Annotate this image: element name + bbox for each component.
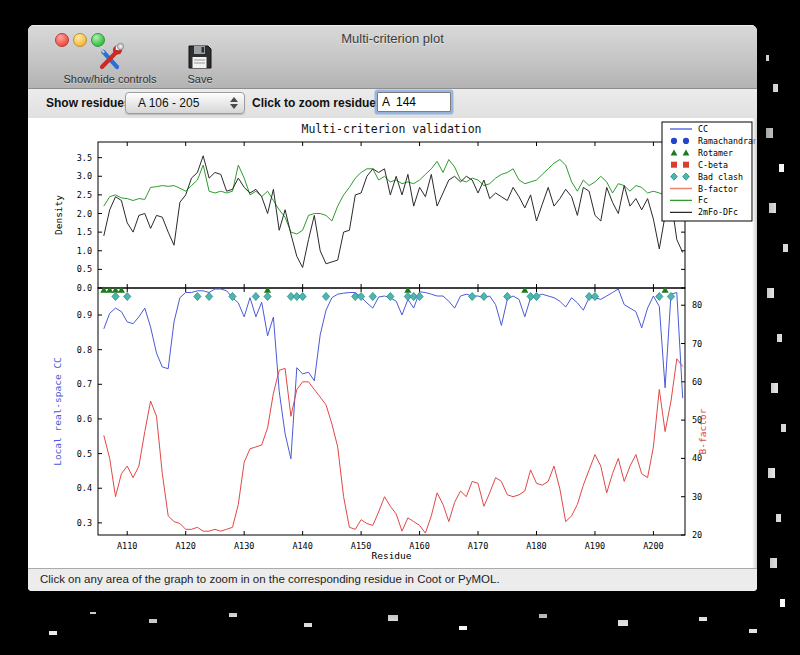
plot-canvas: Multi-criterion validationDensityLocal r… [28,118,757,568]
zoom-residue-input[interactable] [377,92,451,112]
plot-legend: CCRamachandranRotamerC-betaBad clashB-fa… [662,122,756,221]
svg-text:0.5: 0.5 [77,449,92,459]
dropdown-stepper-icon [229,94,239,112]
svg-text:2.0: 2.0 [77,209,92,219]
svg-text:0.6: 0.6 [77,414,92,424]
series-2mFo-DFc [104,156,683,268]
controls-row: Show residues: A 106 - 205 Click to zoom… [28,89,757,119]
canvas-right-edge [752,118,757,568]
svg-text:80: 80 [692,300,702,310]
svg-text:Rotamer: Rotamer [698,148,733,158]
svg-text:0.3: 0.3 [77,518,92,528]
svg-text:70: 70 [692,339,702,349]
svg-text:Multi-criterion validation: Multi-criterion validation [301,122,481,136]
outlier-markers [100,287,674,301]
status-bar: Click on any area of the graph to zoom i… [28,568,757,591]
svg-text:A200: A200 [643,541,663,551]
svg-text:Ramachandran: Ramachandran [698,136,756,146]
series-Fc [104,160,683,235]
toolbar-button-label: Show/hide controls [44,73,176,85]
show-residues-dropdown[interactable]: A 106 - 205 [125,92,245,114]
svg-text:30: 30 [692,492,702,502]
svg-text:A110: A110 [117,541,137,551]
svg-text:0.9: 0.9 [77,310,92,320]
svg-text:Fc: Fc [698,195,708,205]
svg-text:40: 40 [692,453,702,463]
status-text: Click on any area of the graph to zoom i… [40,573,500,585]
multi-criterion-plot[interactable]: Multi-criterion validationDensityLocal r… [28,118,756,568]
desktop-backdrop: { "window": { "title": "Multi-criterion … [0,0,800,655]
svg-text:B-factor: B-factor [698,184,738,194]
window-header: Multi-criterion plot Show/hide controls [28,25,757,89]
svg-text:50: 50 [692,415,702,425]
show-hide-controls-button[interactable]: Show/hide controls [44,42,176,85]
toolbar-button-label: Save [178,73,222,85]
svg-text:A130: A130 [234,541,254,551]
svg-text:3.5: 3.5 [77,153,92,163]
svg-text:1.5: 1.5 [77,227,92,237]
shadow-noise-bottom [90,612,96,614]
shadow-noise-right [766,55,769,61]
svg-text:A150: A150 [351,541,371,551]
show-residues-value: A 106 - 205 [138,96,199,110]
svg-text:A170: A170 [468,541,488,551]
svg-text:2.5: 2.5 [77,190,92,200]
svg-text:A190: A190 [585,541,605,551]
svg-text:20: 20 [692,530,702,540]
save-button[interactable]: Save [178,42,222,85]
svg-text:A160: A160 [409,541,429,551]
svg-text:CC: CC [698,124,708,134]
svg-text:60: 60 [692,377,702,387]
svg-text:Bad clash: Bad clash [698,172,743,182]
svg-text:Residue: Residue [371,550,411,561]
svg-text:0.7: 0.7 [77,379,92,389]
svg-text:C-beta: C-beta [698,160,728,170]
svg-text:0.8: 0.8 [77,345,92,355]
zoom-residue-label: Click to zoom residue: [252,96,380,110]
svg-text:3.0: 3.0 [77,171,92,181]
show-residues-label: Show residues: [46,96,135,110]
tools-icon [44,42,176,72]
svg-text:0.4: 0.4 [77,483,92,493]
multi-criterion-plot-window: Multi-criterion plot Show/hide controls [28,25,757,591]
series-B-factor [104,359,683,533]
series-CC [104,289,683,459]
save-icon [178,42,222,72]
svg-text:A120: A120 [175,541,195,551]
svg-text:A180: A180 [526,541,546,551]
svg-text:A140: A140 [292,541,312,551]
svg-text:Local real-space CC: Local real-space CC [52,357,63,466]
svg-text:0.5: 0.5 [77,264,92,274]
svg-text:0.0: 0.0 [77,283,92,293]
svg-text:2mFo-DFc: 2mFo-DFc [698,207,738,217]
svg-text:Density: Density [53,195,64,235]
svg-text:1.0: 1.0 [77,246,92,256]
